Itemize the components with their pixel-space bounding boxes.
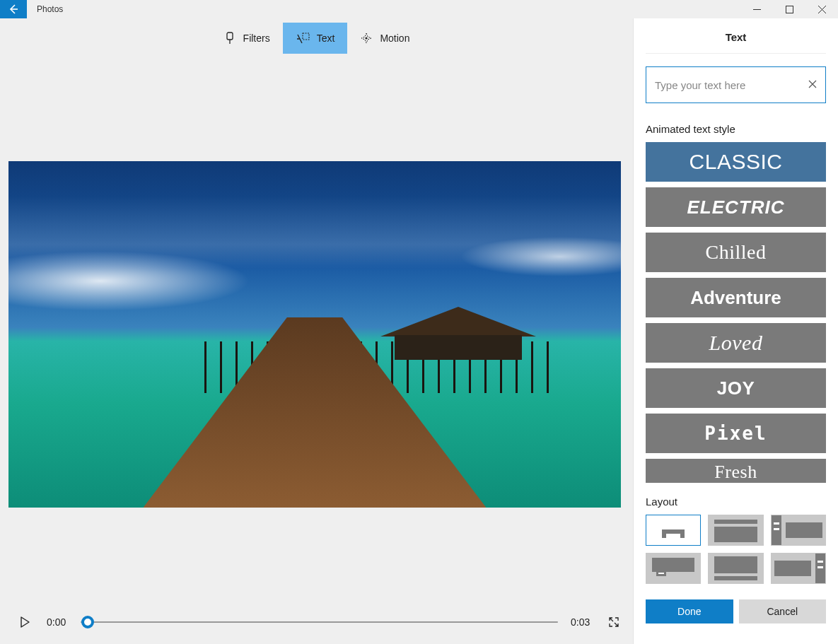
style-joy[interactable]: JOY bbox=[646, 368, 826, 408]
play-button[interactable] bbox=[16, 613, 34, 631]
filters-tab[interactable]: Filters bbox=[211, 23, 283, 54]
sidebar: Text Animated text style CLASSIC ELECTRI… bbox=[633, 18, 838, 644]
layout-section-label: Layout bbox=[646, 496, 826, 508]
clear-icon bbox=[808, 80, 817, 88]
layout-option-2[interactable] bbox=[708, 515, 763, 546]
sidebar-footer: Done Cancel bbox=[646, 599, 826, 623]
minimize-icon bbox=[753, 6, 761, 13]
fullscreen-icon bbox=[608, 616, 619, 628]
titlebar: Photos bbox=[0, 0, 838, 18]
window-controls bbox=[740, 0, 838, 18]
layout-option-4[interactable] bbox=[646, 553, 701, 584]
minimize-button[interactable] bbox=[740, 0, 773, 18]
seek-thumb[interactable] bbox=[81, 616, 94, 628]
motion-tab[interactable]: Motion bbox=[347, 23, 422, 54]
svg-rect-0 bbox=[786, 6, 793, 13]
video-preview[interactable] bbox=[8, 161, 621, 508]
layout-section: Layout bbox=[646, 496, 826, 584]
fullscreen-button[interactable] bbox=[605, 613, 623, 631]
current-time: 0:00 bbox=[47, 616, 68, 628]
style-pixel[interactable]: Pixel bbox=[646, 414, 826, 453]
style-fresh[interactable]: Fresh bbox=[646, 459, 826, 483]
layout-grid bbox=[646, 515, 826, 584]
main-panel: Filters Text Motion 0 bbox=[0, 18, 633, 644]
svg-point-3 bbox=[366, 37, 368, 39]
text-styles-list: CLASSIC ELECTRIC Chilled Adventure Loved… bbox=[646, 142, 826, 483]
style-loved[interactable]: Loved bbox=[646, 323, 826, 363]
back-button[interactable] bbox=[0, 0, 27, 18]
text-tab[interactable]: Text bbox=[283, 23, 348, 54]
filters-icon bbox=[223, 32, 236, 45]
maximize-icon bbox=[786, 6, 793, 13]
style-section-label: Animated text style bbox=[646, 123, 826, 135]
play-icon bbox=[20, 616, 30, 628]
cancel-button[interactable]: Cancel bbox=[739, 599, 827, 623]
close-icon bbox=[818, 6, 826, 13]
layout-option-5[interactable] bbox=[708, 553, 763, 584]
arrow-left-icon bbox=[8, 4, 19, 15]
editor-toolbar: Filters Text Motion bbox=[0, 18, 633, 66]
svg-rect-2 bbox=[303, 33, 309, 40]
style-chilled[interactable]: Chilled bbox=[646, 233, 826, 272]
style-adventure[interactable]: Adventure bbox=[646, 278, 826, 317]
maximize-button[interactable] bbox=[773, 0, 805, 18]
preview-area bbox=[0, 66, 633, 600]
duration-time: 0:03 bbox=[571, 616, 592, 628]
layout-option-1[interactable] bbox=[646, 515, 701, 546]
style-electric[interactable]: ELECTRIC bbox=[646, 187, 826, 227]
text-icon bbox=[296, 32, 310, 45]
filters-label: Filters bbox=[243, 33, 270, 44]
layout-option-3[interactable] bbox=[771, 515, 826, 546]
text-label: Text bbox=[317, 33, 335, 44]
text-input-wrap bbox=[646, 66, 826, 103]
seek-track[interactable] bbox=[81, 616, 558, 628]
motion-label: Motion bbox=[380, 33, 409, 44]
text-input[interactable] bbox=[655, 79, 808, 91]
sidebar-title: Text bbox=[646, 31, 826, 54]
close-button[interactable] bbox=[805, 0, 838, 18]
app-title: Photos bbox=[37, 4, 63, 14]
layout-option-6[interactable] bbox=[771, 553, 826, 584]
motion-icon bbox=[360, 32, 373, 45]
svg-rect-1 bbox=[227, 33, 233, 40]
playback-bar: 0:00 0:03 bbox=[0, 600, 633, 644]
done-button[interactable]: Done bbox=[646, 599, 733, 623]
style-classic[interactable]: CLASSIC bbox=[646, 142, 826, 182]
clear-text-button[interactable] bbox=[808, 79, 817, 90]
seek-line bbox=[81, 621, 558, 623]
